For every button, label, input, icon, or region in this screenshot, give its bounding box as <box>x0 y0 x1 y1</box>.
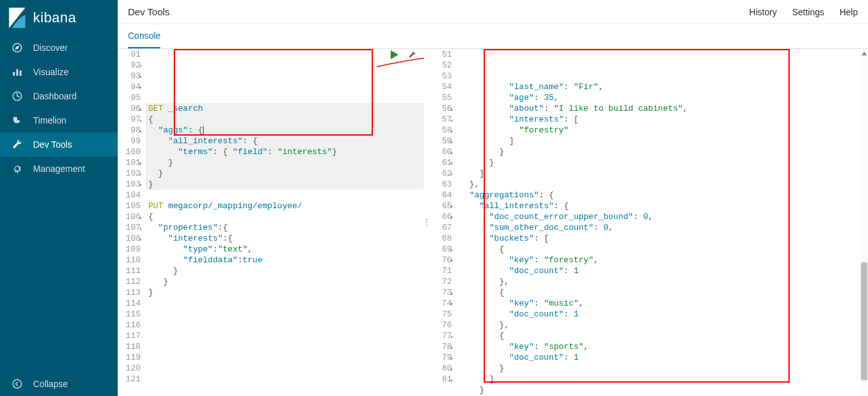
nav-label: Management <box>33 164 85 174</box>
svg-rect-1 <box>13 72 15 76</box>
nav-label: Discover <box>33 43 67 53</box>
pane-divider[interactable]: ⋮ <box>424 49 429 396</box>
svg-rect-3 <box>20 71 22 76</box>
nav-timelion[interactable]: Timelion <box>0 108 118 132</box>
tabs: Console <box>118 24 868 49</box>
editor-area: 9192▾93▾94▾9596▴97▴98▴99100101▾102▾103▾1… <box>118 49 868 396</box>
nav-visualize[interactable]: Visualize <box>0 60 118 84</box>
topbar: Dev Tools History Settings Help <box>118 0 868 24</box>
tab-console[interactable]: Console <box>128 24 160 48</box>
dashboard-icon <box>10 89 24 103</box>
response-pane[interactable]: 515253545556▴57▴58▴59▴60▴61▾62▾636465▾66… <box>429 49 868 396</box>
nav-devtools[interactable]: Dev Tools <box>0 132 118 157</box>
scroll-thumb[interactable] <box>861 262 867 380</box>
nav-management[interactable]: Management <box>0 157 118 181</box>
kibana-logo-icon <box>9 8 25 28</box>
nav-discover[interactable]: Discover <box>0 36 118 60</box>
link-settings[interactable]: Settings <box>792 7 825 17</box>
page-title: Dev Tools <box>128 6 170 17</box>
code-left[interactable]: GET _search{ "aggs": { "all_interests": … <box>146 49 424 396</box>
wrench-action[interactable] <box>407 50 419 60</box>
nav-dashboard[interactable]: Dashboard <box>0 84 118 108</box>
nav-label: Timelion <box>33 115 66 125</box>
brand-logo[interactable]: kibana <box>0 0 118 36</box>
nav-label: Visualize <box>33 67 69 77</box>
discover-icon <box>10 41 24 55</box>
gear-icon <box>10 162 24 176</box>
link-history[interactable]: History <box>749 7 777 17</box>
main: Dev Tools History Settings Help Console … <box>118 0 868 396</box>
collapse-label: Collapse <box>33 379 67 389</box>
brand-name: kibana <box>33 10 76 26</box>
collapse-icon <box>10 377 24 391</box>
timelion-icon <box>10 113 24 127</box>
request-pane[interactable]: 9192▾93▾94▾9596▴97▴98▴99100101▾102▾103▾1… <box>118 49 424 396</box>
scrollbar[interactable] <box>860 49 868 396</box>
nav: Discover Visualize Dashboard Timelion De… <box>0 36 118 372</box>
svg-point-5 <box>13 379 22 388</box>
nav-label: Dashboard <box>33 91 77 101</box>
nav-label: Dev Tools <box>33 139 72 150</box>
scroll-up-icon[interactable] <box>862 52 867 55</box>
run-button[interactable] <box>389 50 401 60</box>
nav-collapse[interactable]: Collapse <box>0 372 118 396</box>
sidebar: kibana Discover Visualize Dashboard Time… <box>0 0 118 396</box>
gutter-left: 9192▾93▾94▾9596▴97▴98▴99100101▾102▾103▾1… <box>118 49 146 396</box>
visualize-icon <box>10 65 24 79</box>
code-right[interactable]: "last_name": "Fir", "age": 35, "about": … <box>457 49 868 396</box>
wrench-icon <box>10 138 24 152</box>
link-help[interactable]: Help <box>839 7 858 17</box>
gutter-right: 515253545556▴57▴58▴59▴60▴61▾62▾636465▾66… <box>429 49 457 396</box>
svg-rect-2 <box>17 69 18 76</box>
